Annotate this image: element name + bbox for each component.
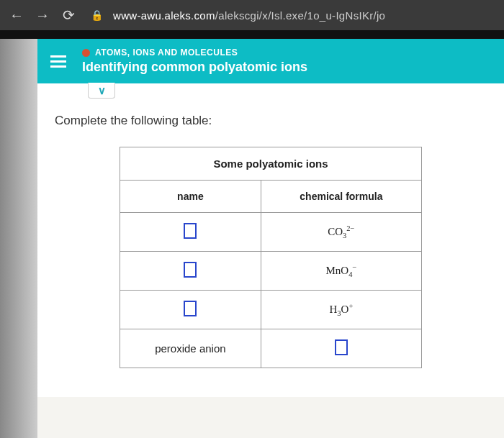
polyatomic-ion-table: Some polyatomic ions name chemical formu… bbox=[120, 147, 422, 368]
course-category-label: ATOMS, IONS AND MOLECULES bbox=[95, 47, 238, 58]
chevron-down-icon: ∨ bbox=[98, 84, 106, 97]
forward-button[interactable]: → bbox=[35, 7, 50, 24]
status-dot-icon bbox=[82, 49, 90, 57]
reload-button[interactable]: ⟳ bbox=[60, 6, 76, 24]
back-button[interactable]: ← bbox=[9, 7, 24, 24]
formula-cell: MnO4− bbox=[261, 252, 421, 291]
table-row: peroxide anion bbox=[120, 329, 422, 368]
page-background: ATOMS, IONS AND MOLECULES Identifying co… bbox=[0, 39, 504, 438]
content-area: ∨ Complete the following table: Some pol… bbox=[37, 83, 504, 397]
table-row: MnO4− bbox=[120, 252, 422, 291]
table-row: H3O+ bbox=[120, 291, 422, 329]
course-header: ATOMS, IONS AND MOLECULES Identifying co… bbox=[37, 39, 504, 83]
browser-toolbar: ← → ⟳ 🔒 www-awu.aleks.com/alekscgi/x/Isl… bbox=[0, 0, 504, 30]
page-main: ATOMS, IONS AND MOLECULES Identifying co… bbox=[37, 39, 504, 438]
name-input[interactable] bbox=[184, 223, 197, 239]
name-input[interactable] bbox=[184, 262, 197, 278]
course-category: ATOMS, IONS AND MOLECULES bbox=[82, 47, 307, 58]
hamburger-menu[interactable] bbox=[50, 55, 66, 68]
formula-input[interactable] bbox=[335, 339, 348, 355]
table-row: CO32− bbox=[120, 213, 422, 252]
name-input[interactable] bbox=[184, 301, 197, 316]
course-title: Identifying common polyatomic ions bbox=[82, 60, 307, 75]
url-domain: www-awu.aleks.com bbox=[113, 9, 215, 22]
url-bar[interactable]: www-awu.aleks.com/alekscgi/x/Isl.exe/1o_… bbox=[113, 9, 385, 22]
header-text: ATOMS, IONS AND MOLECULES Identifying co… bbox=[82, 47, 307, 75]
col-header-name: name bbox=[120, 181, 261, 213]
table-title: Some polyatomic ions bbox=[120, 147, 422, 181]
formula-cell: CO32− bbox=[261, 213, 421, 252]
expand-toggle[interactable]: ∨ bbox=[88, 83, 115, 99]
instruction-text: Complete the following table: bbox=[55, 114, 487, 128]
col-header-formula: chemical formula bbox=[261, 181, 421, 213]
lock-icon: 🔒 bbox=[91, 9, 103, 21]
formula-cell: H3O+ bbox=[261, 291, 421, 329]
name-cell: peroxide anion bbox=[120, 329, 261, 368]
url-path: /alekscgi/x/Isl.exe/1o_u-IgNsIKr/jo bbox=[215, 9, 385, 22]
left-gutter bbox=[0, 39, 37, 438]
monitor-bezel bbox=[0, 30, 504, 39]
